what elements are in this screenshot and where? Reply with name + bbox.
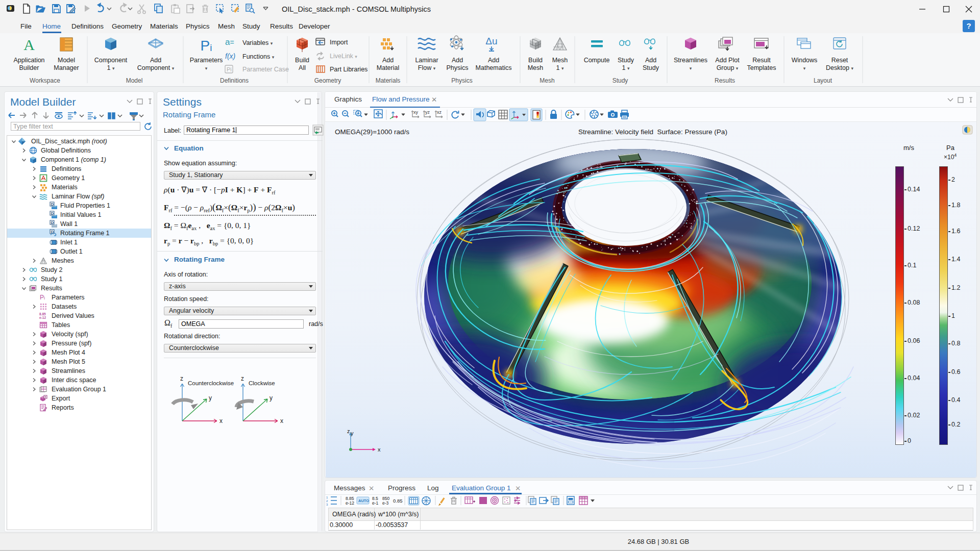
svg-text:Study: Study [643,64,659,71]
svg-text:e-12: e-12 [346,500,354,506]
svg-text:xy: xy [413,110,419,115]
svg-text:Pi: Pi [227,66,232,72]
svg-text:Study: Study [618,57,634,64]
svg-text:Δu: Δu [485,36,497,46]
svg-text:e-12: e-12 [39,316,46,319]
svg-text:y: y [351,430,354,436]
svg-text:Mathematics: Mathematics [476,64,512,71]
svg-text:z: z [241,375,244,382]
svg-text:A: A [23,36,35,53]
svg-text:Part Libraries: Part Libraries [330,66,368,73]
svg-text:1: 1 [326,496,328,499]
svg-text:Build: Build [295,57,309,64]
svg-text:Mesh: Mesh [552,57,568,64]
svg-text:Streamlines: Streamlines [674,57,707,64]
svg-text:▾: ▾ [690,66,692,71]
svg-text:Import: Import [330,39,348,46]
svg-text:Group ▾: Group ▾ [717,64,739,71]
svg-text:Clockwise: Clockwise [249,380,275,386]
svg-text:Add: Add [645,57,656,64]
svg-text:2: 2 [326,499,328,503]
svg-text:yz: yz [425,110,430,115]
svg-text:Compute: Compute [584,57,610,64]
svg-text:Flow ▾: Flow ▾ [418,64,436,71]
svg-text:Component ▾: Component ▾ [137,64,175,71]
svg-text:y: y [270,394,273,402]
svg-text:y: y [209,394,212,402]
svg-text:f(x): f(x) [225,52,235,60]
svg-text:Windows: Windows [792,57,818,64]
svg-text:Geometry: Geometry [314,77,341,84]
svg-text:Application: Application [13,57,44,64]
svg-text:Materials: Materials [376,77,401,84]
svg-text:Component: Component [94,57,128,64]
svg-text:Physics: Physics [451,77,472,84]
svg-text:Add Plot: Add Plot [715,57,740,64]
svg-text:Definitions: Definitions [220,77,249,84]
svg-text:1 ▾: 1 ▾ [622,64,630,71]
svg-text:All: All [299,64,306,71]
svg-text:Manager: Manager [54,64,79,71]
svg-text:▾: ▾ [205,66,208,71]
svg-text:Build: Build [528,57,543,64]
svg-text:Counterclockwise: Counterclockwise [188,380,234,386]
svg-text:3: 3 [326,503,328,506]
svg-text:Pi: Pi [201,38,212,54]
svg-text:Builder: Builder [19,64,39,71]
svg-text:Desktop ▾: Desktop ▾ [826,64,853,71]
svg-text:Workspace: Workspace [30,77,60,84]
svg-text:Model: Model [126,77,143,84]
svg-text:1 ▾: 1 ▾ [107,64,115,71]
svg-text:Functions ▾: Functions ▾ [242,53,275,60]
svg-text:Add: Add [488,57,499,64]
svg-text:Layout: Layout [814,77,832,84]
svg-text:e-3: e-3 [382,500,389,506]
svg-text:LiveLink ▾: LiveLink ▾ [330,53,357,60]
svg-text:OIL_Disc_stack.mph - COMSOL Mu: OIL_Disc_stack.mph - COMSOL Multiphysics [282,5,431,13]
svg-text:D: D [51,211,54,216]
svg-text:Model: Model [58,57,75,64]
svg-text:z: z [347,428,350,434]
svg-text:Mesh: Mesh [528,64,544,71]
svg-text:8.85: 8.85 [39,312,46,316]
svg-text:▾: ▾ [803,66,806,71]
svg-text:D: D [51,220,54,225]
svg-text:AUTO: AUTO [358,498,369,503]
svg-text:Result: Result [752,57,771,64]
svg-text:x: x [280,417,283,424]
svg-text:1 ▾: 1 ▾ [556,64,564,71]
svg-text:Add: Add [452,57,463,64]
svg-text:x: x [378,446,381,453]
svg-text:e-1: e-1 [372,500,379,506]
svg-text:Templates: Templates [747,64,776,71]
svg-text:xz: xz [437,110,442,115]
svg-text:z: z [180,375,183,382]
svg-text:Parameter Case: Parameter Case [242,66,289,73]
svg-text:Add: Add [382,57,394,64]
svg-text:Material: Material [377,64,399,71]
svg-text:Reset: Reset [831,57,848,64]
svg-text:Parameters: Parameters [190,57,223,64]
svg-text:Mesh: Mesh [540,77,554,84]
svg-text:D: D [51,202,54,207]
svg-text:0.85: 0.85 [393,498,403,504]
svg-text:Study: Study [612,77,628,84]
svg-text:Results: Results [715,77,735,84]
svg-text:Physics: Physics [446,64,468,71]
svg-text:x: x [219,417,223,424]
svg-text:a=: a= [225,37,234,47]
svg-text:Laminar: Laminar [415,57,438,64]
svg-text:Add: Add [150,57,161,64]
svg-text:Variables ▾: Variables ▾ [242,39,273,46]
svg-text:Pi: Pi [40,294,45,301]
